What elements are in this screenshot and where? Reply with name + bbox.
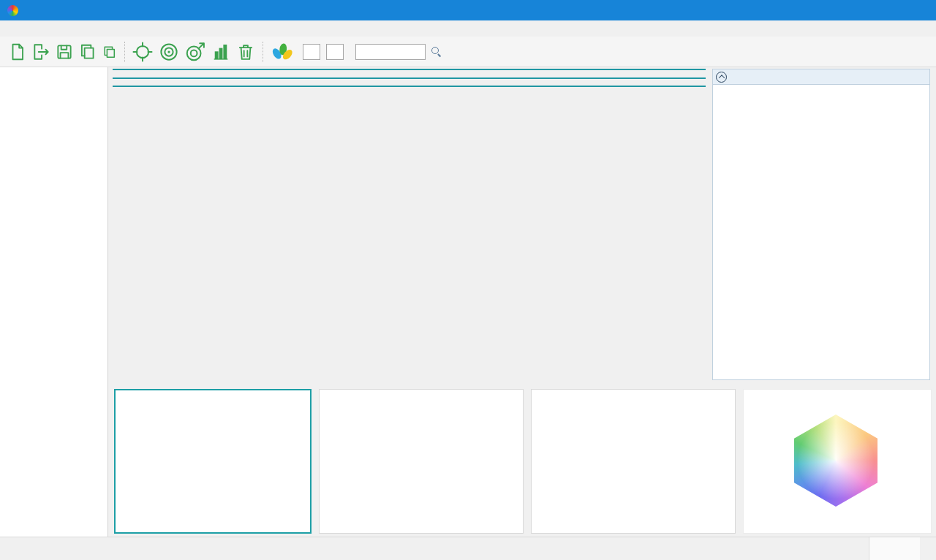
toolbar-separator bbox=[124, 42, 125, 62]
save-button[interactable] bbox=[55, 42, 74, 61]
color-palette-icon bbox=[270, 41, 295, 63]
bar-chart-icon bbox=[211, 42, 231, 62]
chart-spectral-reflectance[interactable] bbox=[531, 389, 736, 534]
word-copy-icon bbox=[102, 45, 118, 58]
sample-tree bbox=[0, 67, 108, 537]
standard-table-box bbox=[113, 77, 706, 79]
sample-bullseye-icon bbox=[184, 41, 206, 63]
panel-body bbox=[712, 85, 930, 380]
measure-standard-button[interactable] bbox=[158, 41, 180, 63]
maximize-button[interactable] bbox=[870, 0, 903, 20]
titlebar bbox=[0, 0, 936, 20]
sample-table-box bbox=[113, 86, 706, 87]
close-button[interactable] bbox=[903, 0, 936, 20]
search-input[interactable] bbox=[355, 44, 426, 60]
auto-mode-button[interactable] bbox=[869, 537, 920, 560]
minimize-button[interactable] bbox=[837, 0, 870, 20]
report-chart-button[interactable] bbox=[211, 42, 231, 62]
calibrate-button[interactable] bbox=[132, 41, 154, 63]
search-icon[interactable] bbox=[431, 46, 442, 57]
toolbar bbox=[0, 37, 936, 67]
new-document-button[interactable] bbox=[8, 42, 27, 61]
trash-icon bbox=[235, 42, 256, 62]
standard-bullseye-icon bbox=[158, 41, 180, 63]
toolbar-separator bbox=[263, 42, 263, 62]
illuminant-dropdown[interactable] bbox=[326, 44, 344, 60]
color-difference-panel bbox=[712, 69, 930, 380]
charts-row bbox=[108, 380, 936, 537]
tables-area bbox=[108, 67, 709, 380]
copy-icon bbox=[78, 42, 97, 61]
color-tools-button[interactable] bbox=[270, 41, 295, 63]
measure-sample-button[interactable] bbox=[184, 41, 206, 63]
copy-button[interactable] bbox=[78, 42, 97, 61]
chevron-up-icon bbox=[718, 75, 724, 80]
chart-delta-e-trend[interactable] bbox=[319, 389, 524, 534]
save-icon bbox=[55, 42, 74, 61]
delete-button[interactable] bbox=[235, 42, 256, 62]
export-icon bbox=[31, 42, 50, 61]
new-document-icon bbox=[8, 42, 27, 61]
panel-header bbox=[712, 69, 930, 85]
chart-color-gamut[interactable] bbox=[743, 389, 932, 534]
collapse-panel-button[interactable] bbox=[716, 72, 727, 83]
export-button[interactable] bbox=[31, 42, 50, 61]
menubar bbox=[0, 20, 936, 37]
calibrate-target-icon bbox=[132, 41, 154, 63]
sci-dropdown[interactable] bbox=[303, 44, 320, 60]
window-controls bbox=[837, 0, 936, 20]
tolerance-table-box bbox=[113, 69, 706, 70]
main-content bbox=[0, 67, 936, 537]
chart-delta-ab-scatter[interactable] bbox=[114, 389, 312, 534]
copy-to-word-button[interactable] bbox=[102, 45, 118, 58]
statusbar bbox=[0, 537, 936, 560]
app-logo-icon bbox=[7, 5, 18, 16]
